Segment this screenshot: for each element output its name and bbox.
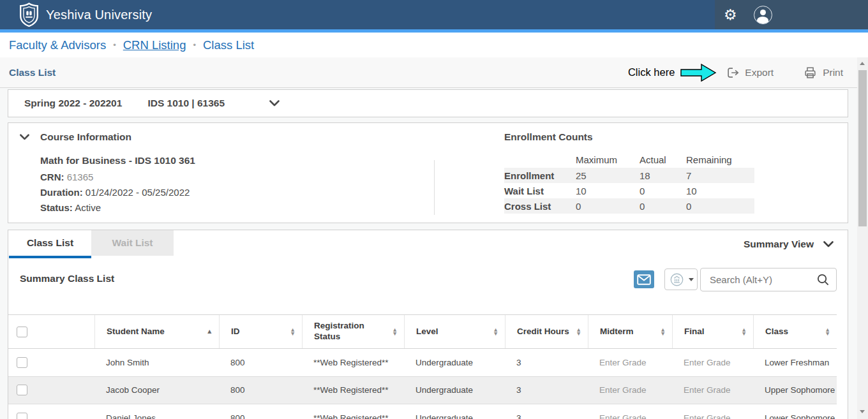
scrollbar-up-arrow-icon[interactable]	[860, 62, 865, 65]
settings-gear-icon[interactable]: ⚙	[724, 8, 737, 22]
column-header-label: Registration Status	[314, 321, 368, 342]
student-photo-cell	[38, 349, 94, 376]
cell-level: Undergraduate	[404, 349, 505, 376]
students-table-body: John Smith800**Web Registered**Undergrad…	[8, 349, 837, 419]
sort-down-icon: ▾	[291, 332, 294, 335]
export-label: Export	[745, 67, 774, 78]
enrollment-row: Wait List10010	[504, 183, 754, 198]
term-course-selector[interactable]: Spring 2022 - 202201 IDS 1010 | 61365	[8, 89, 848, 117]
term-value: Spring 2022 - 202201	[24, 98, 122, 109]
column-header-id[interactable]: ID▴▾	[219, 315, 302, 348]
brand: Yeshiva University	[19, 0, 152, 29]
sort-toggle-icon[interactable]: ▴▾	[742, 328, 745, 335]
page-title-bar: Class List Click here Export	[0, 57, 857, 88]
search-box	[700, 268, 837, 291]
column-header-registration-status[interactable]: Registration Status▴▾	[302, 315, 404, 348]
sort-down-icon: ▾	[577, 332, 580, 335]
cell-final[interactable]: Enter Grade	[672, 349, 753, 376]
column-header-student-name[interactable]: Student Name▴	[94, 315, 219, 348]
row-select-cell	[8, 349, 38, 376]
column-header-level[interactable]: Level▴▾	[404, 315, 505, 348]
sort-toggle-icon[interactable]: ▴▾	[291, 328, 294, 335]
cell-final[interactable]: Enter Grade	[672, 404, 753, 419]
photo-column-header	[38, 315, 94, 348]
summary-class-list-heading: Summary Class List	[20, 273, 114, 284]
scrollbar-down-arrow-icon[interactable]	[860, 410, 865, 413]
row-checkbox[interactable]	[17, 385, 27, 395]
column-header-class[interactable]: Class▴▾	[753, 315, 837, 348]
breadcrumb-item-class-list[interactable]: Class List	[203, 38, 254, 52]
institution-circle-icon	[669, 272, 685, 288]
collapse-chevron-icon[interactable]	[20, 134, 29, 140]
sort-toggle-icon[interactable]: ▴▾	[393, 328, 396, 335]
enrollment-value: 0	[686, 201, 754, 212]
column-header-credit-hours[interactable]: Credit Hours▴▾	[505, 315, 588, 348]
course-name: Math for Business - IDS 1010 361	[40, 155, 195, 166]
cell-midterm[interactable]: Enter Grade	[588, 404, 672, 419]
row-checkbox[interactable]	[17, 413, 27, 419]
vertical-divider	[434, 160, 435, 215]
university-shield-logo-icon	[19, 3, 39, 27]
status-label: Status:	[40, 202, 73, 213]
cell-midterm[interactable]: Enter Grade	[588, 377, 672, 404]
column-header-midterm[interactable]: Midterm▴▾	[588, 315, 672, 348]
row-select-cell	[8, 377, 38, 404]
sort-down-icon: ▾	[742, 332, 745, 335]
breadcrumb-item-crn-listing[interactable]: CRN Listing	[123, 38, 186, 52]
column-header-label: Level	[416, 327, 438, 337]
cell-id: 800	[219, 404, 302, 419]
search-input[interactable]	[710, 274, 816, 285]
crn-line: CRN: 61365	[40, 172, 93, 182]
sort-down-icon: ▾	[826, 332, 829, 335]
cell-class: Upper Sophomore	[753, 377, 837, 404]
cell-credit-hours: 3	[505, 377, 588, 404]
sort-toggle-icon[interactable]: ▴▾	[661, 328, 664, 335]
enrollment-value: 10	[576, 186, 640, 196]
cell-id: 800	[219, 377, 302, 404]
cell-class: Lower Sophomore	[753, 404, 837, 419]
tab-wait-list[interactable]: Wait List	[91, 230, 174, 256]
cell-level: Undergraduate	[404, 377, 505, 404]
breadcrumb-item-faculty-advisors[interactable]: Faculty & Advisors	[9, 38, 106, 52]
enrollment-row: Enrollment25187	[504, 168, 754, 183]
print-button[interactable]: Print	[803, 66, 843, 80]
column-header-final[interactable]: Final▴▾	[672, 315, 753, 348]
export-button[interactable]: Export	[726, 66, 774, 80]
enrollment-value: 7	[686, 170, 754, 181]
crn-value: 61365	[67, 172, 94, 182]
student-photo-cell	[38, 404, 94, 419]
enrollment-header-row: MaximumActualRemaining	[504, 151, 754, 168]
column-settings-button[interactable]	[664, 268, 698, 290]
chevron-down-icon[interactable]	[269, 100, 280, 107]
enrollment-col-maximum: Maximum	[576, 154, 640, 165]
column-header-label: Credit Hours	[517, 327, 569, 337]
student-photo-cell	[38, 377, 94, 404]
sort-toggle-icon[interactable]: ▴▾	[494, 328, 497, 335]
cell-student-name: Daniel Jones	[94, 404, 219, 419]
scrollbar-thumb[interactable]	[858, 70, 867, 226]
course-info-heading: Course Information	[40, 131, 131, 143]
sort-toggle-icon[interactable]: ▴▾	[577, 328, 580, 335]
students-table-header: Student Name▴ID▴▾Registration Status▴▾Le…	[8, 314, 837, 349]
cell-midterm[interactable]: Enter Grade	[588, 349, 672, 376]
cell-final[interactable]: Enter Grade	[672, 377, 753, 404]
envelope-icon	[637, 274, 651, 285]
chevron-down-icon	[823, 241, 834, 247]
view-selector-dropdown[interactable]: Summary View	[744, 239, 834, 250]
breadcrumb: Faculty & Advisors•CRN Listing•Class Lis…	[0, 33, 868, 57]
enrollment-row-label: Wait List	[504, 186, 576, 196]
email-button[interactable]	[634, 270, 654, 288]
select-all-checkbox[interactable]	[17, 327, 27, 337]
cell-registration-status: **Web Registered**	[302, 349, 404, 376]
class-list-panel: Class List Wait List Summary View Summar…	[8, 230, 848, 419]
row-checkbox[interactable]	[17, 357, 27, 368]
column-header-label: Midterm	[600, 327, 634, 337]
page-scrollbar[interactable]	[857, 57, 868, 419]
sort-ascending-icon[interactable]: ▴	[207, 327, 211, 336]
search-icon[interactable]	[816, 273, 830, 286]
profile-avatar-icon[interactable]	[754, 6, 772, 24]
column-header-label: Final	[684, 327, 705, 337]
tab-class-list[interactable]: Class List	[9, 230, 91, 258]
enrollment-value: 0	[640, 186, 686, 196]
sort-toggle-icon[interactable]: ▴▾	[826, 328, 829, 335]
